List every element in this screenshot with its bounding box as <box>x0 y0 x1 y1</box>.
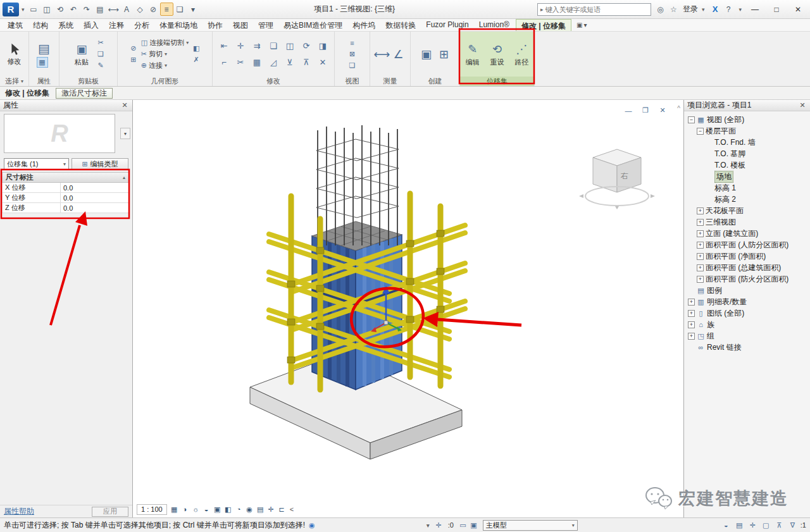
help-icon[interactable]: ? <box>721 3 735 16</box>
reveal-constraints-icon[interactable]: ⊏ <box>277 504 287 515</box>
move-icon[interactable]: ✛ <box>232 38 249 54</box>
ribbon-tab-9[interactable]: 管理 <box>253 19 278 31</box>
geometry-item-1[interactable]: ✂剪切▾ <box>141 49 189 59</box>
crop-view-icon[interactable]: ▣ <box>212 504 223 515</box>
preview-dropdown-icon[interactable]: ▾ <box>120 128 130 139</box>
collapse-icon[interactable]: − <box>697 128 704 135</box>
default-3d-view-icon[interactable]: ◇ <box>134 3 147 16</box>
expand-icon[interactable]: + <box>688 310 695 317</box>
login-caret-icon[interactable]: ▾ <box>702 6 705 13</box>
crop-region-icon[interactable]: ◧ <box>223 504 234 515</box>
close-button[interactable]: ✕ <box>788 1 807 18</box>
tree-item-7[interactable]: 标高 2 <box>685 194 810 205</box>
section-icon[interactable]: ⊘ <box>147 3 160 16</box>
3d-scene[interactable]: 右 <box>133 100 683 517</box>
copy-icon[interactable]: ❏ <box>95 49 106 59</box>
minimize-button[interactable]: — <box>745 1 764 18</box>
tab-contextual-modify[interactable]: 修改 | 位移集 <box>516 19 571 31</box>
tree-item-9[interactable]: +三维视图 <box>685 216 810 228</box>
ribbon-tab-13[interactable]: Fuzor Plugin <box>421 19 473 31</box>
project-browser-close-icon[interactable]: ✕ <box>798 101 807 109</box>
tree-item-10[interactable]: +立面 (建筑立面) <box>685 228 810 239</box>
expand-icon[interactable]: + <box>688 333 695 340</box>
ribbon-state-toggle[interactable]: ▣▾ <box>576 19 587 31</box>
expand-icon[interactable]: + <box>697 276 704 283</box>
thin-lines-icon[interactable]: ≡ <box>347 37 358 48</box>
panel-measure-label[interactable]: 测量 <box>370 77 410 86</box>
panel-view-label[interactable]: 视图 <box>335 77 370 86</box>
selection-filter-icon[interactable]: ∇ <box>787 520 798 530</box>
tree-item-8[interactable]: +天花板平面 <box>685 205 810 216</box>
search-input[interactable] <box>545 6 647 13</box>
panel-properties-label[interactable]: 属性 <box>29 77 59 86</box>
shadows-icon[interactable]: ◒ <box>201 504 212 515</box>
ribbon-tab-10[interactable]: 易达BIM造价管理 <box>278 19 347 31</box>
align-icon[interactable]: ⇤ <box>216 38 232 54</box>
cut-icon[interactable]: ✂ <box>95 37 106 48</box>
communication-center-icon[interactable]: ◎ <box>654 3 667 16</box>
tree-item-5[interactable]: 场地 <box>685 171 810 182</box>
create-similar-icon[interactable]: ⊞ <box>437 47 452 62</box>
tree-item-20[interactable]: ∞Revit 链接 <box>685 342 810 353</box>
ribbon-tab-2[interactable]: 系统 <box>53 19 78 31</box>
copy-icon[interactable]: ❏ <box>265 38 282 54</box>
panel-geometry-label[interactable]: 几何图形 <box>118 77 212 86</box>
split-icon[interactable]: ✂ <box>232 54 249 71</box>
press-drag-icon[interactable]: ✛ <box>747 520 758 530</box>
tree-item-17[interactable]: +▯图纸 (全部) <box>685 307 810 319</box>
match-type-icon[interactable]: ✎ <box>95 60 106 71</box>
geometry-item-0[interactable]: ◫连接端切割▾ <box>141 37 189 48</box>
cut-geometry-icon[interactable]: ⊘ <box>128 43 139 54</box>
tree-item-14[interactable]: +面积平面 (防火分区面积) <box>685 273 810 285</box>
tree-item-12[interactable]: +面积平面 (净面积) <box>685 251 810 262</box>
measure-icon[interactable]: ⟷ <box>107 3 120 16</box>
switch-windows-icon[interactable]: ❏ <box>173 3 187 16</box>
tree-item-19[interactable]: +◳组 <box>685 330 810 342</box>
displacement-path-button[interactable]: ⋰路径 <box>510 42 533 67</box>
close-hidden-windows-icon[interactable]: ⊠ <box>347 49 358 59</box>
login-button[interactable]: 登录 <box>683 4 698 15</box>
drag-elements-icon[interactable]: ▢ <box>761 520 771 530</box>
angular-dimension-icon[interactable]: ∠ <box>391 47 406 62</box>
ribbon-tab-8[interactable]: 视图 <box>228 19 253 31</box>
collapse-icon[interactable]: − <box>688 116 695 123</box>
exchange-apps-icon[interactable]: X <box>708 3 721 16</box>
sun-path-icon[interactable]: ☼ <box>190 504 201 515</box>
scale-icon[interactable]: ◿ <box>265 54 282 71</box>
editable-filter-icon[interactable]: ▤ <box>734 520 745 530</box>
tree-item-1[interactable]: −楼层平面 <box>685 125 810 137</box>
expand-icon[interactable]: + <box>688 321 695 328</box>
save-icon[interactable]: ◫ <box>40 3 54 16</box>
customize-quick-access-icon[interactable]: ▾ <box>187 3 200 16</box>
tree-item-15[interactable]: ▤图例 <box>685 285 810 296</box>
unpin-icon[interactable]: ⊻ <box>282 54 298 71</box>
panel-create-label[interactable]: 创建 <box>411 77 459 86</box>
panel-displacement-label[interactable]: 位移集 <box>460 77 534 86</box>
panel-select-label[interactable]: 选择▾ <box>0 77 28 86</box>
apply-button[interactable]: 应用 <box>92 507 128 517</box>
tree-item-11[interactable]: +面积平面 (人防分区面积) <box>685 239 810 251</box>
tree-item-4[interactable]: T.O. 楼板 <box>685 159 810 171</box>
properties-window-icon[interactable]: ▦ <box>37 57 48 68</box>
redo-icon[interactable]: ↷ <box>80 3 94 16</box>
temporary-hide-isolate-icon[interactable]: ◔ <box>234 504 244 515</box>
detail-level-icon[interactable]: ▦ <box>169 504 180 515</box>
tree-item-2[interactable]: T.O. Fnd. 墙 <box>685 137 810 148</box>
favorites-icon[interactable]: ☆ <box>667 3 680 16</box>
switch-windows-icon[interactable]: ❏ <box>347 60 358 71</box>
expand-icon[interactable]: + <box>697 264 704 271</box>
tree-item-3[interactable]: T.O. 基脚 <box>685 148 810 159</box>
tree-item-0[interactable]: −▦视图 (全部) <box>685 114 810 125</box>
expand-icon[interactable]: + <box>697 230 704 237</box>
worksharing-display-icon[interactable]: ◒ <box>721 520 732 530</box>
properties-close-icon[interactable]: ✕ <box>120 101 129 109</box>
expand-icon[interactable]: + <box>697 207 704 214</box>
property-value-input[interactable]: 0.0 <box>61 203 128 213</box>
view-cube[interactable]: 右 <box>579 149 655 209</box>
activate-dimensions-button[interactable]: 激活尺寸标注 <box>56 88 113 99</box>
undo-icon[interactable]: ↶ <box>67 3 80 16</box>
pin-icon[interactable]: ⊼ <box>298 54 315 71</box>
expand-icon[interactable]: + <box>697 242 704 249</box>
temporary-view-properties-icon[interactable]: ▤ <box>255 504 266 515</box>
reveal-hidden-icon[interactable]: ◉ <box>244 504 255 515</box>
